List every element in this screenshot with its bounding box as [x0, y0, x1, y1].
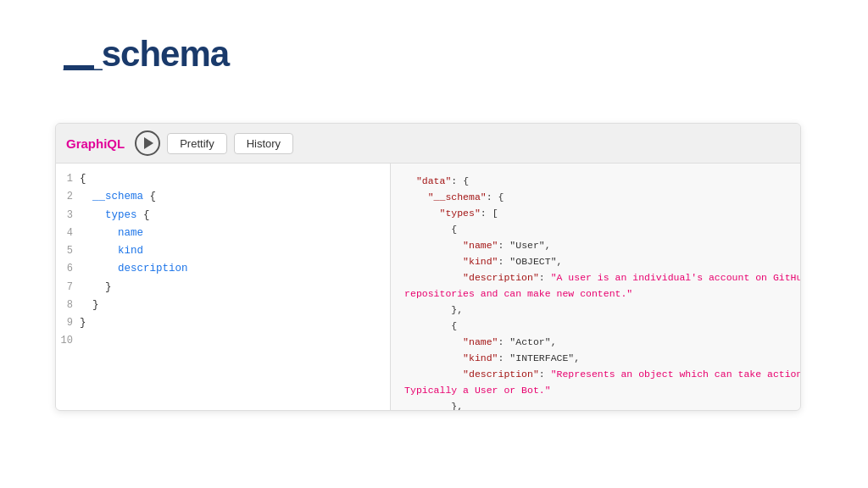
toolbar: GraphiQL Prettify History: [56, 124, 800, 164]
graphiql-logo: GraphiQL: [66, 136, 125, 151]
logo-suffix: QL: [107, 136, 125, 151]
graphiql-container: GraphiQL Prettify History 1 { 2 __schema…: [55, 123, 801, 411]
page-title: __schema: [64, 34, 229, 75]
result-line: "name": "Actor",: [404, 335, 787, 351]
line: 2 __schema {: [56, 188, 387, 206]
line: 8 }: [56, 297, 387, 314]
result-line: "description": "A user is an individual'…: [404, 270, 787, 286]
editor-area: 1 { 2 __schema { 3 types { 4 name 5 kind: [56, 164, 800, 410]
line: 7 }: [56, 279, 387, 297]
query-editor[interactable]: 1 { 2 __schema { 3 types { 4 name 5 kind: [56, 164, 391, 410]
result-line: "kind": "OBJECT",: [404, 254, 787, 270]
result-line: {: [404, 222, 787, 238]
result-line: "types": [: [404, 206, 787, 222]
result-line: Typically a User or Bot.": [404, 383, 787, 399]
line: 9 }: [56, 314, 387, 332]
result-line: "__schema": {: [404, 190, 787, 206]
result-line: },: [404, 399, 787, 410]
line: 1 {: [56, 170, 387, 188]
result-line: "description": "Represents an object whi…: [404, 367, 787, 383]
result-panel[interactable]: "data": { "__schema": { "types": [ { "na…: [391, 164, 800, 410]
history-button[interactable]: History: [234, 133, 293, 154]
line: 3 types {: [56, 207, 387, 225]
title-prefix: __: [64, 34, 102, 74]
run-button[interactable]: [135, 130, 160, 156]
result-line: "kind": "INTERFACE",: [404, 351, 787, 367]
title-main: schema: [102, 34, 229, 74]
result-line: },: [404, 302, 787, 319]
line: 10: [56, 332, 387, 349]
prettify-button[interactable]: Prettify: [167, 133, 226, 154]
result-line: "name": "User",: [404, 238, 787, 254]
result-line: repositories and can make new content.": [404, 286, 787, 302]
line: 4 name: [56, 225, 387, 242]
result-line: {: [404, 319, 787, 335]
line: 5 kind: [56, 242, 387, 260]
line: 6 description: [56, 260, 387, 278]
result-line: "data": {: [404, 174, 787, 190]
logo-prefix: Graphi: [66, 136, 107, 151]
